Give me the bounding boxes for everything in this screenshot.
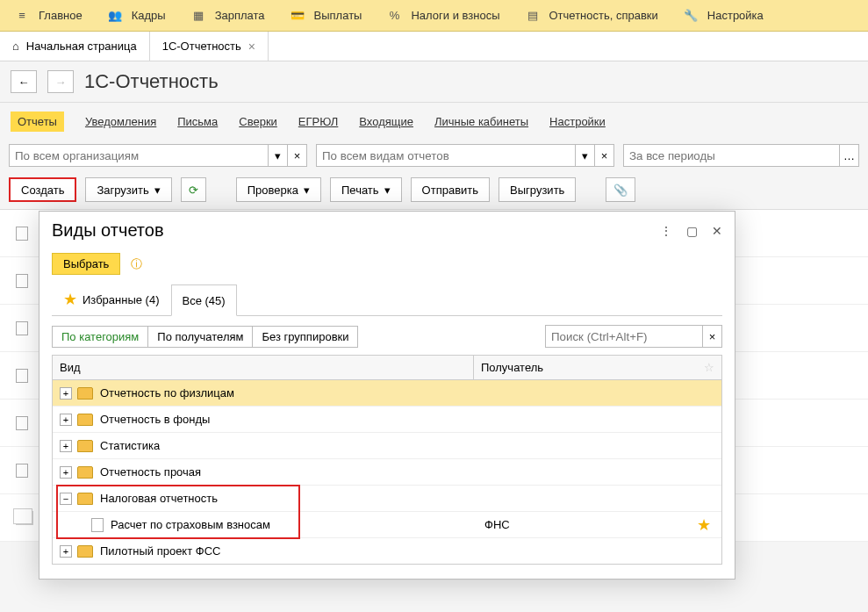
- chevron-down-icon: ▾: [154, 184, 161, 197]
- col-kind: Вид: [53, 356, 474, 379]
- top-menu-main[interactable]: ≡Главное: [2, 0, 95, 31]
- refresh-button[interactable]: ⟳: [181, 177, 206, 202]
- kind-filter[interactable]: [316, 144, 576, 167]
- search-input[interactable]: [545, 325, 703, 348]
- clear-icon[interactable]: ×: [595, 144, 614, 167]
- more-icon[interactable]: ⋮: [660, 224, 672, 238]
- wrench-icon: 🔧: [683, 8, 699, 24]
- wallet-icon: 💳: [290, 8, 305, 24]
- folder-icon: [77, 493, 93, 505]
- print-button[interactable]: Печать▾: [330, 177, 402, 202]
- document-icon: [16, 274, 28, 288]
- star-outline-icon[interactable]: ☆: [704, 361, 714, 374]
- report-tree[interactable]: +Отчетность по физлицам +Отчетность в фо…: [52, 380, 722, 565]
- group-by-category[interactable]: По категориям: [52, 326, 148, 348]
- top-menu-salary[interactable]: ▦Зарплата: [178, 0, 277, 31]
- tab-home[interactable]: ⌂Начальная страница: [0, 32, 150, 61]
- star-icon[interactable]: ★: [697, 515, 711, 535]
- create-button[interactable]: Создать: [9, 177, 76, 202]
- document-icon: [16, 464, 28, 478]
- tree-leaf[interactable]: Расчет по страховым взносам ФНС★: [53, 512, 721, 538]
- section-links: Отчеты Уведомления Письма Сверки ЕГРЮЛ В…: [0, 102, 868, 140]
- star-icon: ★: [63, 290, 77, 309]
- tree-node-open[interactable]: −Налоговая отчетность: [53, 486, 721, 512]
- folder-icon: [77, 387, 93, 400]
- folder-icon: [77, 414, 93, 426]
- top-menu-settings[interactable]: 🔧Настройка: [671, 0, 776, 31]
- close-icon[interactable]: ✕: [712, 224, 722, 238]
- document-icon: [91, 518, 104, 532]
- folder-icon: [77, 466, 93, 479]
- dropdown-icon[interactable]: ▾: [576, 144, 595, 167]
- org-filter[interactable]: [9, 144, 269, 167]
- load-button[interactable]: Загрузить▾: [85, 177, 171, 202]
- tab-1c-reports[interactable]: 1С-Отчетность×: [150, 32, 269, 61]
- percent-icon: %: [386, 8, 402, 24]
- nav-forward-button[interactable]: →: [47, 70, 74, 93]
- link-reconciliations[interactable]: Сверки: [239, 115, 277, 128]
- group-by-receiver[interactable]: По получателям: [148, 326, 253, 348]
- expand-icon[interactable]: +: [60, 440, 72, 452]
- top-menu-payments[interactable]: 💳Выплаты: [277, 0, 375, 31]
- expand-icon[interactable]: +: [60, 545, 72, 558]
- link-notifications[interactable]: Уведомления: [85, 115, 156, 128]
- top-menu-taxes[interactable]: %Налоги и взносы: [374, 0, 512, 31]
- ellipsis-icon[interactable]: …: [840, 144, 859, 167]
- filter-bar: ▾× ▾× …: [0, 140, 868, 170]
- collapse-icon[interactable]: −: [60, 493, 72, 505]
- export-button[interactable]: Выгрузить: [499, 177, 576, 202]
- nav-back-button[interactable]: ←: [11, 70, 37, 93]
- group-none[interactable]: Без группировки: [253, 326, 358, 348]
- tree-node[interactable]: +Отчетность прочая: [53, 459, 721, 486]
- folder-icon: [77, 545, 93, 558]
- maximize-icon[interactable]: ▢: [686, 224, 698, 238]
- table-icon: ▦: [190, 8, 206, 24]
- tree-node[interactable]: +Пилотный проект ФСС: [53, 538, 721, 565]
- dialog-title: Виды отчетов: [52, 220, 164, 241]
- menu-icon: ≡: [14, 8, 30, 24]
- table-header: Вид Получатель☆: [52, 355, 722, 380]
- tree-node[interactable]: +Отчетность по физлицам: [53, 380, 721, 407]
- home-icon: ⌂: [12, 40, 19, 53]
- tree-node[interactable]: +Отчетность в фонды: [53, 407, 721, 433]
- select-button[interactable]: Выбрать: [52, 253, 120, 275]
- page-title: 1С-Отчетность: [84, 70, 219, 93]
- tree-node[interactable]: +Статистика: [53, 433, 721, 459]
- chevron-down-icon: ▾: [304, 184, 310, 197]
- link-settings[interactable]: Настройки: [549, 115, 606, 128]
- expand-icon[interactable]: +: [60, 414, 72, 426]
- col-receiver: Получатель: [481, 361, 543, 374]
- document-icon: [16, 416, 28, 430]
- clear-icon[interactable]: ×: [288, 144, 307, 167]
- toolbar: Создать Загрузить▾ ⟳ Проверка▾ Печать▾ О…: [0, 170, 868, 209]
- document-icon: [16, 369, 28, 383]
- link-reports[interactable]: Отчеты: [11, 112, 64, 132]
- close-icon[interactable]: ×: [248, 40, 255, 54]
- top-menu-hr[interactable]: 👥Кадры: [95, 0, 178, 31]
- check-button[interactable]: Проверка▾: [236, 177, 321, 202]
- link-egrul[interactable]: ЕГРЮЛ: [298, 115, 338, 128]
- tab-strip: ⌂Начальная страница 1С-Отчетность×: [0, 32, 868, 61]
- link-cabinets[interactable]: Личные кабинеты: [434, 115, 528, 128]
- attach-button[interactable]: 📎: [606, 177, 635, 202]
- document-icon: [16, 321, 28, 335]
- report-types-dialog: Виды отчетов ⋮ ▢ ✕ Выбрать ⓘ ★Избранные …: [39, 211, 735, 580]
- send-button[interactable]: Отправить: [411, 177, 490, 202]
- document-icon: ▤: [525, 8, 541, 24]
- clear-search-icon[interactable]: ×: [703, 325, 722, 348]
- chevron-down-icon: ▾: [384, 184, 391, 197]
- top-menu-reports[interactable]: ▤Отчетность, справки: [513, 0, 671, 31]
- folder-icon: [77, 440, 93, 452]
- tab-all[interactable]: Все (45): [171, 284, 237, 316]
- tab-favorites[interactable]: ★Избранные (4): [52, 284, 171, 315]
- link-incoming[interactable]: Входящие: [359, 115, 413, 128]
- people-icon: 👥: [107, 8, 123, 24]
- link-letters[interactable]: Письма: [177, 115, 218, 128]
- expand-icon[interactable]: +: [60, 466, 72, 479]
- leaf-receiver: ФНС: [484, 518, 510, 531]
- top-menu-bar: ≡Главное 👥Кадры ▦Зарплата 💳Выплаты %Нало…: [0, 0, 868, 32]
- info-icon[interactable]: ⓘ: [131, 256, 142, 272]
- period-filter[interactable]: [623, 144, 840, 167]
- expand-icon[interactable]: +: [60, 387, 72, 400]
- dropdown-icon[interactable]: ▾: [269, 144, 288, 167]
